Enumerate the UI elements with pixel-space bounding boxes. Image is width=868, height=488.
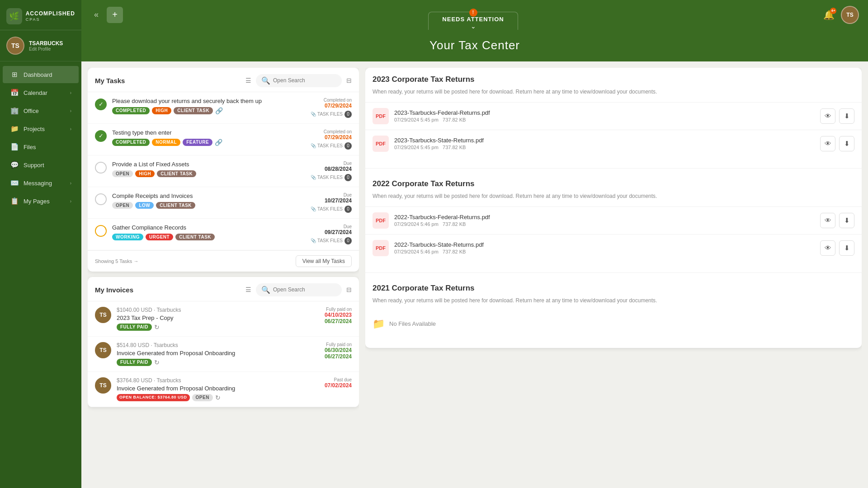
invoices-search-input[interactable] <box>273 286 336 293</box>
task-tags-2: COMPLETED NORMAL FEATURE 🔗 <box>112 139 288 146</box>
tasks-sort-icon[interactable]: ⊟ <box>346 77 352 84</box>
task-item: ✓ Testing type then enter COMPLETED NORM… <box>88 124 359 155</box>
file-view-button[interactable]: 👁 <box>820 136 835 151</box>
tasks-search-bar[interactable]: 🔍 <box>256 74 342 87</box>
file-meta: 07/29/2024 5:45 pm 737.82 KB <box>394 145 815 150</box>
profile-edit-link[interactable]: Edit Profile <box>29 47 63 52</box>
no-files: 📁 No Files Available <box>365 311 862 337</box>
invoice-name-2: Invoice Generated from Proposal Onboardi… <box>117 350 288 357</box>
task-tags-4: OPEN LOW CLIENT TASK <box>112 202 288 209</box>
sidebar-item-calendar-label: Calendar <box>24 89 47 96</box>
topbar-avatar[interactable]: TS <box>841 6 859 24</box>
invoice-avatar-2: TS <box>95 342 111 358</box>
tasks-filter-icon[interactable]: ☰ <box>245 77 251 84</box>
sidebar-item-mypages[interactable]: 📋 My Pages › <box>3 192 79 210</box>
invoice-date2-2: 06/27/2024 <box>293 353 352 360</box>
tag-client-task: CLIENT TASK <box>174 107 213 114</box>
task-tags-3: OPEN HIGH CLIENT TASK <box>112 170 288 177</box>
invoices-sort-icon[interactable]: ⊟ <box>346 286 352 293</box>
invoice-meta-1: Fully paid on 04/10/2023 06/27/2024 <box>293 307 352 324</box>
sidebar-item-projects[interactable]: 📁 Projects › <box>3 120 79 137</box>
invoice-amount-3: $3764.80 USD · Tsarbucks <box>117 377 288 384</box>
task-link-icon[interactable]: 🔗 <box>215 139 222 146</box>
sidebar-item-messaging[interactable]: ✉️ Messaging › <box>3 174 79 192</box>
add-button[interactable]: + <box>107 7 123 23</box>
invoice-tags-3: OPEN BALANCE: $3764.80 USD OPEN ↻ <box>117 394 288 401</box>
invoice-date1-1: 04/10/2023 <box>293 312 352 318</box>
file-name: 2022-Tsarbucks-State-Returns.pdf <box>394 241 815 248</box>
sidebar-item-dashboard[interactable]: ⊞ Dashboard <box>3 66 79 83</box>
tag-open-balance: OPEN BALANCE: $3764.80 USD <box>117 394 190 401</box>
refresh-icon[interactable]: ↻ <box>154 324 160 331</box>
tag-feature: FEATURE <box>183 139 212 146</box>
my-tasks-card: My Tasks ☰ 🔍 ⊟ ✓ Pl <box>88 68 359 272</box>
needs-attention-text: NEEDS ATTENTION <box>442 16 504 23</box>
refresh-icon[interactable]: ↻ <box>215 394 221 401</box>
task-meta-1: Completed on 07/29/2024 📎 TASK FILES 0 <box>293 98 352 118</box>
task-link-icon[interactable]: 🔗 <box>215 107 223 114</box>
back-button[interactable]: « <box>90 8 102 21</box>
file-download-button[interactable]: ⬇ <box>839 136 854 151</box>
invoice-date1-2: 06/30/2024 <box>293 347 352 353</box>
file-view-button[interactable]: 👁 <box>820 213 835 228</box>
invoices-filter-icon[interactable]: ☰ <box>245 286 251 293</box>
invoice-body-2: $514.80 USD · Tsarbucks Invoice Generate… <box>117 342 288 366</box>
task-item: Compile Receipts and Invoices OPEN LOW C… <box>88 187 359 219</box>
task-checkbox-4[interactable] <box>95 193 107 205</box>
task-name-3: Provide a List of Fixed Assets <box>112 161 288 168</box>
sidebar-profile[interactable]: TS TSARBUCKS Edit Profile <box>0 30 81 61</box>
sidebar-item-office[interactable]: 🏢 Office › <box>3 102 79 119</box>
invoice-meta-3: Past due 07/02/2024 <box>293 377 352 389</box>
sidebar-item-support[interactable]: 💬 Support <box>3 156 79 174</box>
task-body-2: Testing type then enter COMPLETED NORMAL… <box>112 129 288 146</box>
file-info: 2022-Tsarbucks-Federal-Returns.pdf 07/29… <box>394 214 815 227</box>
task-checkbox-3[interactable] <box>95 162 107 174</box>
columns-wrapper: My Tasks ☰ 🔍 ⊟ ✓ Pl <box>81 61 868 488</box>
sidebar-nav: ⊞ Dashboard 📅 Calendar › 🏢 Office › 📁 Pr… <box>0 61 81 488</box>
view-all-tasks-button[interactable]: View all My Tasks <box>296 255 352 267</box>
tag-high: HIGH <box>152 107 171 114</box>
topbar-center: ! NEEDS ATTENTION ⌄ <box>132 0 814 30</box>
sidebar-item-files[interactable]: 📄 Files <box>3 138 79 155</box>
avatar-initials: TS <box>11 42 19 49</box>
chevron-icon: › <box>70 181 71 186</box>
tax-section-2022: 2022 Corporate Tax Returns When ready, y… <box>365 168 862 262</box>
file-download-button[interactable]: ⬇ <box>839 108 854 124</box>
tasks-card-footer: Showing 5 Tasks → View all My Tasks <box>88 250 359 272</box>
invoices-search-bar[interactable]: 🔍 <box>256 283 342 296</box>
tax-section-2023: 2023 Corporate Tax Returns When ready, y… <box>365 68 862 157</box>
file-actions: 👁 ⬇ <box>820 108 854 124</box>
dashboard-icon: ⊞ <box>10 70 19 79</box>
sidebar-logo: 🌿 ACCOMPLISHED cpas <box>0 0 81 30</box>
file-view-button[interactable]: 👁 <box>820 108 835 124</box>
task-files-count-4: 0 <box>344 206 352 213</box>
refresh-icon[interactable]: ↻ <box>154 359 160 366</box>
file-download-button[interactable]: ⬇ <box>839 213 854 228</box>
task-name-4: Compile Receipts and Invoices <box>112 192 288 199</box>
sidebar-item-calendar[interactable]: 📅 Calendar › <box>3 84 79 101</box>
tasks-search-input[interactable] <box>273 77 336 84</box>
task-name-1: Please download your returns and securel… <box>112 98 288 104</box>
notification-button[interactable]: 🔔 4+ <box>823 9 835 20</box>
chevron-icon: › <box>70 90 71 95</box>
needs-attention-banner[interactable]: ! NEEDS ATTENTION ⌄ <box>428 12 518 30</box>
task-checkbox-5[interactable] <box>95 225 107 237</box>
task-checkbox-2[interactable]: ✓ <box>95 130 107 142</box>
tag-urgent: URGENT <box>146 234 173 240</box>
tag-completed: COMPLETED <box>112 107 150 114</box>
task-meta-3: Due 08/28/2024 📎 TASK FILES 0 <box>293 161 352 181</box>
tag-client-task: CLIENT TASK <box>175 234 215 240</box>
invoice-amount-1: $1040.00 USD · Tsarbucks <box>117 307 288 313</box>
task-checkbox-1[interactable]: ✓ <box>95 99 107 110</box>
invoice-meta-2: Fully paid on 06/30/2024 06/27/2024 <box>293 342 352 360</box>
tag-open-status: OPEN <box>192 394 213 401</box>
task-meta-5: Due 09/27/2024 📎 TASK FILES 0 <box>293 224 352 244</box>
profile-info: TSARBUCKS Edit Profile <box>29 40 63 52</box>
tax-section-2023-title: 2023 Corporate Tax Returns <box>365 68 862 88</box>
file-download-button[interactable]: ⬇ <box>839 240 854 256</box>
tax-file-row: PDF 2023-Tsarbucks-State-Returns.pdf 07/… <box>365 130 862 157</box>
profile-name: TSARBUCKS <box>29 40 63 47</box>
file-view-button[interactable]: 👁 <box>820 240 835 256</box>
tag-client-task: CLIENT TASK <box>157 170 196 177</box>
tax-section-2022-title: 2022 Corporate Tax Returns <box>365 172 862 192</box>
